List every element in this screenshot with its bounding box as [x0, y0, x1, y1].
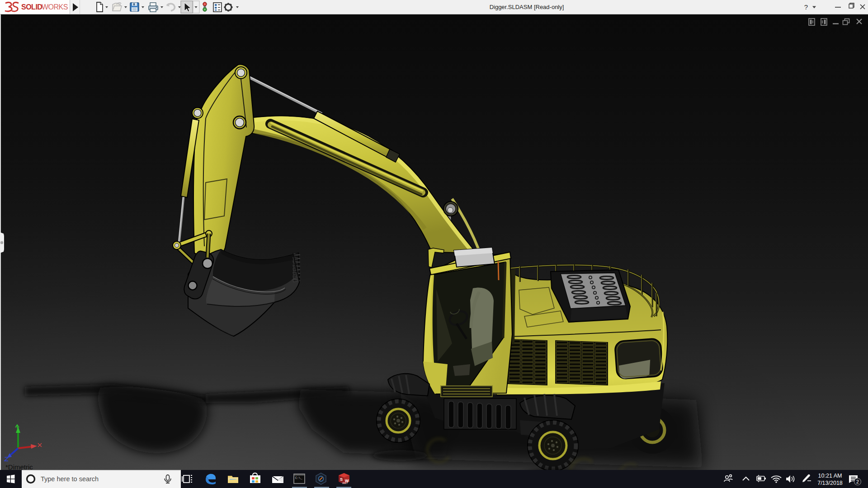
svg-text:2017: 2017 [342, 482, 348, 484]
svg-text:Digger.SLDASM [Read-only]: Digger.SLDASM [Read-only] [490, 4, 564, 10]
svg-text:2: 2 [856, 479, 859, 484]
svg-text:7/13/2018: 7/13/2018 [817, 480, 843, 486]
svg-text:WORKS: WORKS [42, 3, 68, 11]
svg-text:Type here to search: Type here to search [41, 475, 99, 483]
svg-text:SOLID: SOLID [21, 3, 42, 11]
svg-text:10:21 AM: 10:21 AM [818, 473, 842, 479]
svg-text:C:\_: C:\_ [295, 477, 302, 480]
svg-text:S: S [340, 477, 343, 482]
svg-text:?: ? [804, 3, 808, 11]
